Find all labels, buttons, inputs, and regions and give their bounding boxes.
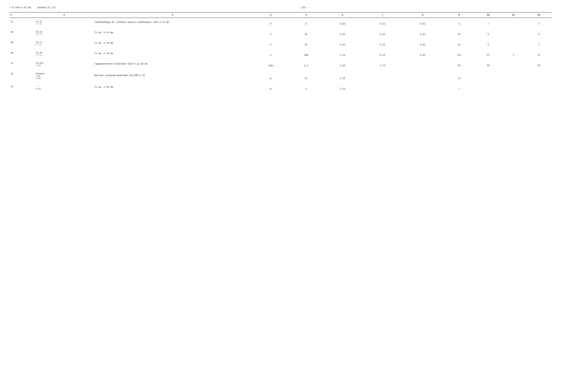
row-value: 9 (526, 28, 551, 37)
row-ref: I6-37 т.7-I (35, 39, 93, 47)
row-unit: М (252, 28, 290, 37)
column-header-row: I 2 3 4 5 6 7 8 9 IO II I2 (10, 12, 551, 18)
row-value: 0,0I (403, 39, 443, 47)
table-row: 4II6-2I9 т.22Гидравлическое испытание тр… (10, 60, 551, 68)
row-value: 0,2I (363, 28, 403, 37)
row-value: 22 (526, 49, 551, 57)
row-unit: I00м (252, 60, 290, 68)
row-description: То же, ∅ 32 мм (93, 49, 252, 57)
row-description: То же, ∅ 25 мм (93, 39, 252, 47)
row-value: - (475, 70, 501, 81)
document-code: Т.П.503-5-23.86 (10, 6, 31, 9)
row-value: 45 (290, 28, 323, 37)
row-number: 4I (10, 60, 35, 68)
spacer-row (10, 81, 551, 83)
row-description: То же, ∅ 20 мм (93, 28, 252, 37)
row-number: 42 (10, 70, 35, 81)
table-row: 43-"- п.92То же, ∅ 20 ммшт5I,43--7--- (10, 83, 551, 91)
col-header-8: 8 (403, 12, 443, 18)
table-row: 38I6-36 т.7-IТо же, ∅ 20 ммМ450,9I0,2I0,… (10, 28, 551, 37)
row-value: 0,0I (403, 49, 443, 57)
row-description: Трубопроводы из стальных водога-зопровод… (93, 18, 252, 26)
row-number: 43 (10, 83, 35, 91)
row-value: 2,6 (290, 60, 323, 68)
row-value: I,20 (322, 70, 362, 81)
row-number: 38 (10, 28, 35, 37)
row-value: - (403, 83, 443, 91)
row-value: 0,0I (403, 18, 443, 26)
row-value: - (501, 18, 526, 26)
main-table: I 2 3 4 5 6 7 8 9 IO II I2 37I6-35 т.7-I… (10, 12, 551, 93)
row-value: - (501, 70, 526, 81)
row-value: - (475, 83, 501, 91)
row-value: 0,9I (322, 28, 362, 37)
row-value: 5 (290, 83, 323, 91)
col-header-10: IO (475, 12, 501, 18)
row-value: 0,86 (322, 18, 362, 26)
row-ref: I6-36 т.7-I (35, 28, 93, 37)
row-value: I,I4 (322, 49, 362, 57)
spacer-row (10, 91, 551, 93)
row-unit: шт (252, 70, 290, 81)
album-title: Альбом IX (I) (37, 6, 56, 9)
row-value: 3 (526, 39, 551, 47)
row-value: I00 (290, 49, 323, 57)
row-value: - (363, 83, 403, 91)
row-value: - (501, 83, 526, 91)
row-number: 37 (10, 18, 35, 26)
row-value: 3,94 (322, 60, 362, 68)
row-unit: шт (252, 83, 290, 91)
spacer-row (10, 47, 551, 49)
row-value: - (363, 70, 403, 81)
col-header-6: 6 (322, 12, 362, 18)
row-value: 4I (443, 28, 475, 37)
row-number: 40 (10, 49, 35, 57)
row-description: Гидравлическое испытание труб ∅ до 50 мм (93, 60, 252, 68)
row-value: I5 (443, 39, 475, 47)
row-value: - (501, 60, 526, 68)
row-value: - (501, 39, 526, 47)
col-header-2: 2 (35, 12, 93, 18)
row-description: Вентиль запорный муфтовый I5кчI8П ∅ I5 (93, 70, 252, 81)
row-value: 5 (443, 18, 475, 26)
row-value: I5 (290, 39, 323, 47)
row-value: I0 (475, 60, 501, 68)
row-value: 7 (443, 83, 475, 91)
col-header-12: I2 (526, 12, 551, 18)
row-value: I0 (526, 60, 551, 68)
row-value: 0,2I (363, 49, 403, 57)
row-value: I (501, 49, 526, 57)
table-row: 42Сборник ч.Ш п.9IВентиль запорный муфто… (10, 70, 551, 81)
row-ref: I6-38 т.7-I (35, 49, 93, 57)
table-row: 37I6-35 т.7-IТрубопроводы из стальных во… (10, 18, 551, 26)
table-row: 40I6-38 т.7-IТо же, ∅ 32 ммМI00I,I40,2I0… (10, 49, 551, 57)
col-header-9: 9 (443, 12, 475, 18)
row-value: I0 (443, 60, 475, 68)
row-value: I (526, 18, 551, 26)
spacer-row (10, 26, 551, 28)
row-unit: М (252, 18, 290, 26)
row-description: То же, ∅ 20 мм (93, 83, 252, 91)
table-row: 39I6-37 т.7-IТо же, ∅ 25 ммМI5I,030,2I0,… (10, 39, 551, 47)
row-value: 0,0I (403, 28, 443, 37)
row-value: 2I (475, 49, 501, 57)
row-value: II4 (443, 49, 475, 57)
row-value: 6 (290, 18, 323, 26)
row-value: 9 (475, 28, 501, 37)
row-value: 0,2I (363, 18, 403, 26)
row-value: 3 (475, 39, 501, 47)
row-value: I4 (443, 70, 475, 81)
spacer-row (10, 68, 551, 70)
row-ref: -"- п.92 (35, 83, 93, 91)
col-header-5: 5 (290, 12, 323, 18)
col-header-4: 4 (252, 12, 290, 18)
row-ref: Сборник ч.Ш п.9I (35, 70, 93, 81)
row-value: I2 (290, 70, 323, 81)
row-number: 39 (10, 39, 35, 47)
spacer-row (10, 57, 551, 60)
row-value: - (526, 83, 551, 91)
page-number: - I52 - (299, 6, 309, 9)
row-ref: I6-2I9 т.22 (35, 60, 93, 68)
row-unit: М (252, 49, 290, 57)
col-header-3: 3 (93, 12, 252, 18)
